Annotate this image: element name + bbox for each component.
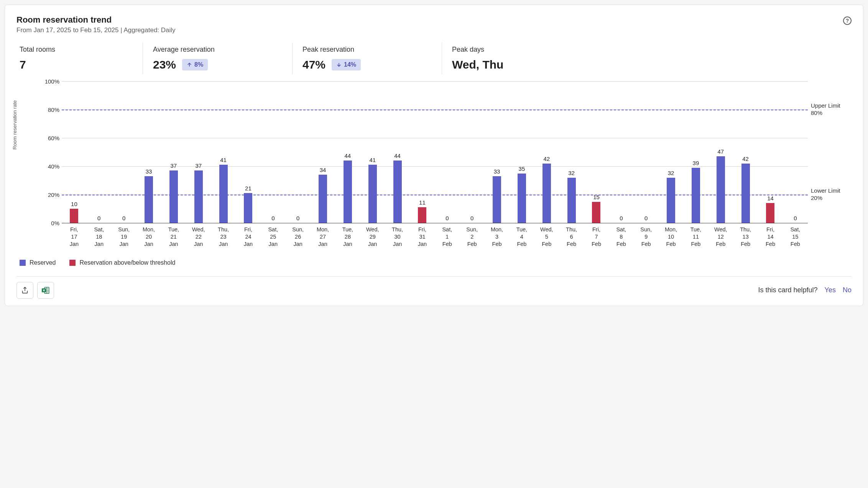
chart: Room reservation rate 0%20%40%60%80%100%… [20, 81, 852, 248]
stat-label: Peak days [452, 46, 503, 54]
stat-average-reservation: Average reservation 23% 8% [143, 43, 293, 74]
bar-slot: 0 [261, 81, 286, 223]
stat-value: 47% [302, 58, 326, 71]
bar-slot: 32 [559, 81, 584, 223]
x-tick-label: Sun,26Jan [286, 223, 311, 248]
chart-legend: Reserved Reservation above/below thresho… [20, 259, 852, 266]
share-icon [21, 286, 29, 295]
stat-peak-reservation: Peak reservation 47% 14% [293, 43, 442, 74]
bar-reserved[interactable] [169, 170, 178, 223]
bar-value-label: 21 [245, 185, 252, 192]
bar-slot: 37 [186, 81, 211, 223]
bar-reserved[interactable] [319, 175, 327, 223]
bar-slot: 0 [783, 81, 808, 223]
grid-line [62, 223, 808, 223]
feedback-yes-link[interactable]: Yes [825, 286, 836, 294]
x-tick-label: Wed,22Jan [186, 223, 211, 248]
legend-label: Reserved [30, 259, 56, 266]
bar-slot: 0 [87, 81, 112, 223]
bar-slot: 0 [112, 81, 136, 223]
bar-value-label: 42 [543, 156, 550, 162]
x-tick-label: Wed,12Feb [708, 223, 733, 248]
legend-item-threshold: Reservation above/below threshold [69, 259, 175, 266]
bar-reserved[interactable] [145, 176, 153, 223]
bar-value-label: 0 [794, 215, 797, 221]
bar-reserved[interactable] [717, 156, 725, 223]
bar-slot: 37 [161, 81, 186, 223]
legend-swatch [69, 260, 76, 266]
bar-reserved[interactable] [667, 178, 675, 223]
bar-reserved[interactable] [518, 174, 526, 223]
export-excel-button[interactable] [37, 282, 54, 299]
bar-slot: 44 [385, 81, 410, 223]
bar-value-label: 0 [644, 215, 648, 221]
bar-reserved[interactable] [493, 176, 501, 223]
bar-value-label: 39 [693, 160, 699, 166]
x-tick-label: Sun,19Jan [112, 223, 136, 248]
bar-reserved[interactable] [194, 170, 203, 223]
bar-slot: 44 [335, 81, 360, 223]
bar-reserved[interactable] [393, 160, 402, 223]
bar-value-label: 0 [122, 215, 125, 221]
stat-value: 7 [20, 58, 26, 71]
stat-label: Peak reservation [302, 46, 426, 54]
bar-slot: 14 [758, 81, 783, 223]
bar-slot: 15 [584, 81, 609, 223]
bar-value-label: 0 [470, 215, 473, 221]
y-tick-label: 100% [40, 78, 59, 85]
x-tick-label: Tue,4Feb [509, 223, 534, 248]
bar-slot: 11 [410, 81, 435, 223]
bar-value-label: 34 [320, 167, 326, 173]
bar-slot: 10 [62, 81, 87, 223]
bar-reserved[interactable] [219, 165, 228, 223]
legend-item-reserved: Reserved [20, 259, 56, 266]
x-tick-label: Thu,30Jan [385, 223, 410, 248]
bar-threshold[interactable] [418, 207, 426, 223]
feedback-no-link[interactable]: No [843, 286, 852, 294]
bar-slot: 0 [634, 81, 659, 223]
bar-reserved[interactable] [368, 165, 377, 223]
x-tick-label: Mon,20Jan [136, 223, 161, 248]
delta-badge-up: 8% [182, 59, 208, 70]
chart-plot: 0%20%40%60%80%100%Upper Limit 80%Lower L… [40, 81, 852, 223]
bar-reserved[interactable] [567, 178, 576, 223]
x-tick-label: Sat,18Jan [87, 223, 112, 248]
x-tick-label: Fri,7Feb [584, 223, 609, 248]
stat-value: 23% [153, 58, 176, 71]
bar-slot: 42 [733, 81, 758, 223]
bar-threshold[interactable] [766, 203, 774, 223]
x-tick-label: Wed,29Jan [360, 223, 385, 248]
share-button[interactable] [16, 282, 33, 299]
bar-slot: 33 [136, 81, 161, 223]
bar-slot: 42 [534, 81, 559, 223]
help-icon[interactable]: ? [843, 16, 852, 25]
bar-reserved[interactable] [692, 168, 700, 223]
bar-reserved[interactable] [244, 193, 252, 223]
bar-value-label: 33 [146, 168, 152, 175]
bar-value-label: 10 [71, 201, 77, 207]
x-tick-label: Fri,17Jan [62, 223, 87, 248]
y-tick-label: 20% [40, 192, 59, 198]
x-tick-label: Fri,24Jan [236, 223, 261, 248]
bar-threshold[interactable] [592, 202, 600, 223]
bar-reserved[interactable] [741, 164, 750, 223]
bar-threshold[interactable] [70, 209, 78, 223]
feedback-question: Is this card helpful? [758, 286, 818, 294]
bar-value-label: 44 [345, 152, 351, 159]
bar-value-label: 33 [494, 168, 500, 175]
bar-value-label: 0 [620, 215, 623, 221]
x-tick-label: Sat,1Feb [435, 223, 460, 248]
card-footer: Is this card helpful? Yes No [16, 276, 852, 299]
x-tick-label: Mon,10Feb [659, 223, 684, 248]
bar-value-label: 0 [296, 215, 299, 221]
x-tick-label: Tue,11Feb [683, 223, 708, 248]
stat-total-rooms: Total rooms 7 [16, 43, 143, 74]
x-tick-label: Mon,27Jan [311, 223, 335, 248]
delta-badge-down: 14% [332, 59, 361, 70]
bar-reserved[interactable] [344, 160, 352, 223]
y-axis-title: Room reservation rate [12, 100, 18, 150]
x-tick-label: Sun,2Feb [460, 223, 485, 248]
bar-slot: 32 [659, 81, 684, 223]
bar-value-label: 41 [369, 157, 376, 163]
bar-reserved[interactable] [542, 164, 551, 223]
